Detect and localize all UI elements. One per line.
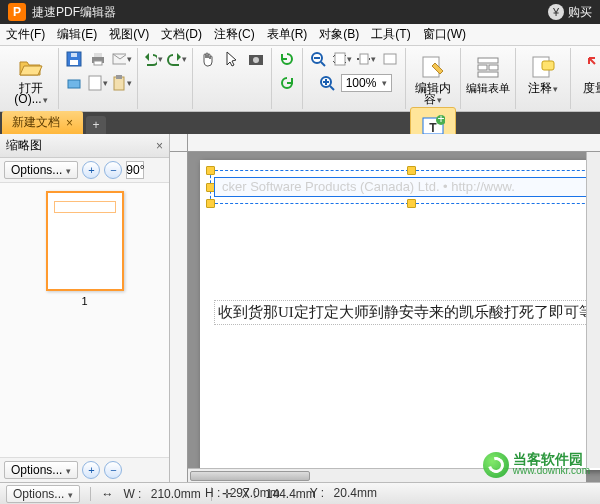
svg-rect-17 [360,54,368,64]
fit-width-icon[interactable]: ▾ [355,48,377,70]
blank-page-icon[interactable]: ▾ [87,72,109,94]
svg-rect-5 [94,61,102,65]
menu-view[interactable]: 视图(V) [109,26,149,43]
zoom-select[interactable]: 100%▾ [341,74,393,92]
body-text[interactable]: 收到货那UI定打定大师到静安寺来的凯乐酸打死了即可等哈说 [214,300,600,325]
svg-rect-30 [489,65,498,70]
svg-point-12 [253,57,259,63]
edit-form-icon [474,53,502,81]
actual-size-icon[interactable] [379,48,401,70]
menu-edit[interactable]: 编辑(E) [57,26,97,43]
panel-title: 缩略图 [6,137,42,154]
redo-icon[interactable]: ▾ [166,48,188,70]
panel-options-button[interactable]: Options... ▾ [4,161,78,179]
app-title: 捷速PDF编辑器 [32,4,548,21]
rotate-ccw-icon[interactable] [276,48,298,70]
scan-icon[interactable] [63,72,85,94]
svg-rect-28 [478,58,498,63]
page[interactable]: cker Software Products (Canada) Ltd. • h… [200,160,600,470]
watermark-text: cker Software Products (Canada) Ltd. • h… [222,179,515,194]
menubar: 文件(F) 编辑(E) 视图(V) 文档(D) 注释(C) 表单(R) 对象(B… [0,24,600,46]
panel-options-footer-button[interactable]: Options... ▾ [4,461,78,479]
rotate-cw-icon[interactable] [276,72,298,94]
panel-zoom-out-footer-icon[interactable]: − [104,461,122,479]
edit-content-icon [419,53,447,81]
email-icon[interactable]: ▾ [111,48,133,70]
site-watermark: 当客软件园 www.downkr.com [483,452,590,478]
resize-handle[interactable] [407,166,416,175]
edit-form-button[interactable]: 编辑表单 [465,48,511,108]
menu-object[interactable]: 对象(B) [319,26,359,43]
svg-line-15 [321,62,325,66]
annotate-icon [529,53,557,81]
currency-icon[interactable]: ¥ [548,4,564,20]
svg-rect-2 [71,53,77,57]
fit-page-icon[interactable]: ▾ [331,48,353,70]
buy-link[interactable]: 购买 [568,4,592,21]
ruler-horizontal [188,134,600,152]
page-size-icon: ↔ [101,487,113,501]
panel-zoom-in-footer-icon[interactable]: + [82,461,100,479]
page-height: H : 297.0mm [205,486,280,500]
print-icon[interactable] [87,48,109,70]
zoom-in-icon[interactable] [316,72,338,94]
thumbnails-panel: 缩略图 × Options... ▾ + − 90° 1 Options... … [0,134,170,482]
folder-open-icon [17,53,45,81]
undo-icon[interactable]: ▾ [142,48,164,70]
add-tab-button[interactable]: + [86,116,106,134]
canvas[interactable]: cker Software Products (Canada) Ltd. • h… [170,134,600,482]
ribbon: 打开(O)...▾ ▾ ▾ ▾ ▾ ▾ [0,46,600,112]
panel-rotate-button[interactable]: 90° [126,161,144,179]
vertical-scrollbar[interactable] [586,152,600,468]
menu-file[interactable]: 文件(F) [6,26,45,43]
site-logo-icon [483,452,509,478]
close-panel-icon[interactable]: × [156,139,163,153]
svg-text:T: T [429,121,437,135]
workspace: 缩略图 × Options... ▾ + − 90° 1 Options... … [0,134,600,482]
save-icon[interactable] [63,48,85,70]
page-thumbnail[interactable] [46,191,124,291]
menu-annotate[interactable]: 注释(C) [214,26,255,43]
resize-handle[interactable] [407,199,416,208]
close-tab-icon[interactable]: × [66,116,73,130]
menu-document[interactable]: 文档(D) [161,26,202,43]
site-url: www.downkr.com [513,465,590,477]
edit-content-button[interactable]: 编辑内容▾ [410,48,456,107]
annotate-button[interactable]: 注释▾ [520,48,566,108]
document-tabstrip: 新建文档 × + [0,112,600,134]
svg-rect-33 [542,61,554,70]
svg-rect-18 [384,54,396,64]
measure-button[interactable]: 度量▾ [575,48,600,108]
hand-tool-icon[interactable] [197,48,219,70]
svg-rect-4 [94,53,102,57]
zoom-out-icon[interactable] [307,48,329,70]
app-logo: P [8,3,26,21]
svg-rect-1 [70,60,78,65]
snapshot-icon[interactable] [245,48,267,70]
thumbnail-page-number: 1 [81,295,87,307]
svg-rect-7 [68,80,80,88]
select-tool-icon[interactable] [221,48,243,70]
doc-tab[interactable]: 新建文档 × [2,111,83,134]
menu-form[interactable]: 表单(R) [267,26,308,43]
clipboard-icon[interactable]: ▾ [111,72,133,94]
svg-text:+: + [437,114,444,126]
svg-line-22 [330,86,334,90]
status-options-button[interactable]: Options... ▾ [6,485,80,503]
scrollbar-thumb[interactable] [190,471,310,481]
svg-rect-16 [335,53,345,65]
measure-icon [584,53,600,81]
ruler-vertical [170,152,188,482]
titlebar: P 捷速PDF编辑器 ¥ 购买 [0,0,600,24]
panel-zoom-out-icon[interactable]: − [104,161,122,179]
menu-tool[interactable]: 工具(T) [371,26,410,43]
panel-zoom-in-icon[interactable]: + [82,161,100,179]
site-name: 当客软件园 [513,453,590,465]
svg-rect-10 [116,75,122,79]
open-button[interactable]: 打开(O)...▾ [8,48,54,108]
ruler-corner [170,134,188,152]
resize-handle[interactable] [206,166,215,175]
resize-handle[interactable] [206,199,215,208]
menu-window[interactable]: 窗口(W) [423,26,466,43]
svg-rect-31 [478,72,498,77]
